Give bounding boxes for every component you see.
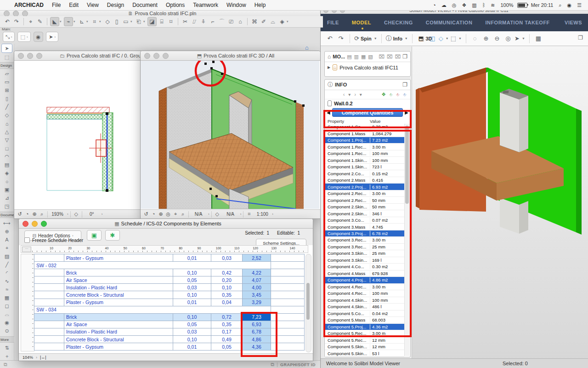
zoom-out-icon[interactable]: ⊖ [492, 34, 503, 43]
material-name-cell[interactable]: Insulation - Plastic Hard [64, 328, 173, 336]
menu-archicad[interactable]: ARCHICAD [10, 2, 48, 8]
redo-icon[interactable]: ↷ [335, 34, 346, 43]
material-name-cell[interactable]: Plaster - Gypsum [64, 254, 173, 262]
schedule-zoom[interactable]: 104% [23, 355, 33, 360]
tool-icon-design-16[interactable]: ◳ [2, 202, 12, 211]
view3d-canvas[interactable] [141, 61, 319, 209]
clipboard-icon[interactable]: ⎀ [403, 92, 407, 98]
marquee-tool-icon[interactable]: ⬚ [2, 53, 12, 61]
property-row[interactable]: Component 2.Rec...50 mm [325, 197, 404, 203]
fit-icon[interactable]: ⌑ [167, 17, 175, 26]
model-panel-header[interactable]: ⌂ MO... ▤▥▦▧ ⌧⌧⌧ ❐ [325, 52, 410, 62]
material-name-cell[interactable]: Brick [64, 269, 173, 276]
orient-icon[interactable]: ◇ [214, 211, 221, 217]
quantity-cell[interactable]: 0,42 [211, 269, 243, 276]
quantity-cell[interactable]: 0,04 [211, 299, 243, 306]
wall-right-brick[interactable] [296, 102, 304, 209]
solibri-menu-model[interactable]: MODEL [345, 20, 378, 25]
column-icon[interactable]: ▯ [113, 17, 121, 26]
menu-design[interactable]: Design [103, 2, 128, 8]
green-wall-side[interactable] [576, 109, 582, 235]
adjust-icon[interactable]: ⌰ [190, 17, 198, 26]
plan-zoom-level[interactable]: 193% [50, 212, 65, 217]
property-row[interactable]: Component 1.Co...0.30 m2 [325, 124, 404, 130]
area-cell[interactable]: 4,07 [243, 276, 271, 284]
dropdown-caret-icon[interactable]: ▾ [86, 20, 90, 23]
box-select-icon[interactable]: ⬚▼ [450, 34, 463, 43]
property-row[interactable]: Component 1.Skin...723 l [325, 164, 404, 170]
selection-handle[interactable] [106, 112, 108, 115]
area-cell[interactable]: 3,45 [243, 291, 271, 299]
menu-edit[interactable]: Edit [65, 2, 83, 8]
tool-icon-design-14[interactable]: ▣ [2, 186, 12, 194]
tool-icon-docume-8[interactable]: ≈ [2, 285, 12, 293]
solibri-window[interactable]: Solibri Model Viewer - Prova Calcolo str… [320, 7, 588, 368]
view-nav-icon[interactable]: ⌖ [172, 211, 179, 217]
view3d-titlebar[interactable]: ⬒Prova Calcolo strati IFC 3D / All [141, 51, 320, 61]
material-name-cell[interactable]: Concrete Block - Structural [64, 291, 173, 299]
nav-arrow-icon-2[interactable]: › [354, 92, 356, 97]
tool-icon-more-1[interactable]: ＋ [2, 352, 12, 360]
area-cell[interactable]: 4,86 [243, 336, 271, 343]
basket-icon-0[interactable]: ⌧ [379, 54, 384, 60]
transparency-icon[interactable]: ▦ [533, 34, 544, 43]
basket-icon-2[interactable]: ⌧ [395, 54, 401, 60]
menu-options[interactable]: Options [162, 2, 189, 8]
selection-handle[interactable] [106, 189, 108, 192]
cloud-icon[interactable]: ☁ [439, 2, 449, 8]
material-name-cell[interactable]: Air Space [64, 276, 173, 284]
next-set-arrow[interactable]: ▶ [405, 110, 408, 115]
view-nav-icon[interactable]: ⊕ [157, 211, 164, 217]
schedule-item-row[interactable]: Concrete Block - Structural0,100,494,86 [34, 336, 305, 343]
property-row[interactable]: Component 5.Rec...3.00 m [325, 330, 404, 337]
schedule-table[interactable]: Plaster - Gypsum0,010,032,52SW - 032Bric… [34, 254, 305, 351]
tool-icon-docume-3[interactable]: ⌖ [2, 244, 12, 252]
tool-icon-design-0[interactable]: ▱ [2, 70, 12, 78]
tool-icon-docume-2[interactable]: A [2, 236, 12, 244]
zoom-extents-icon[interactable]: ◌ [469, 34, 481, 43]
area-cell[interactable]: 4,00 [243, 284, 271, 291]
disclosure-triangle[interactable]: ▶ [328, 65, 330, 69]
group-name-cell[interactable]: SW - 034 [34, 306, 271, 314]
property-row[interactable]: Component 2.Skin...346 l [325, 210, 404, 217]
solibri-3d-canvas[interactable] [412, 46, 588, 356]
view-nav-icon[interactable]: ↺ [16, 211, 23, 217]
property-row[interactable]: Component 3.Rec...3.00 m [325, 237, 404, 243]
fit-width-icon[interactable]: |↔| [40, 355, 46, 360]
tool-icon-design-7[interactable]: △ [2, 128, 12, 136]
tool-icon-docume-11[interactable]: ⌓ [2, 310, 12, 319]
tool-icon-docume-6[interactable]: ◜ [2, 269, 12, 277]
display-columns-icon[interactable]: ▥ [469, 2, 479, 8]
clipboard-add-icon[interactable]: ⎀ [389, 92, 393, 98]
material-name-cell[interactable]: Air Space [64, 321, 173, 328]
view-nav-icon[interactable]: ◎ [164, 211, 172, 217]
tree-view-icon-3[interactable]: ▧ [368, 54, 373, 60]
wall-tool-icon[interactable]: ⊾ [78, 17, 86, 26]
save-view-icon[interactable]: ⌓ [269, 17, 277, 26]
ruler-corner[interactable]: ⋯ [22, 247, 31, 252]
area-cell[interactable]: 3,29 [243, 299, 271, 306]
area-cell[interactable]: 7,23 [243, 314, 271, 321]
screen-mirror-icon[interactable]: ◎ [449, 2, 459, 8]
menu-file[interactable]: File [48, 2, 65, 8]
window-icon[interactable]: ⧉ [271, 362, 274, 368]
schedule-item-row[interactable]: Plaster - Gypsum0,010,054,36 [34, 343, 305, 351]
view-nav-icon[interactable]: ⌕ [179, 211, 187, 217]
schedule-item-row[interactable]: Plaster - Gypsum0,010,032,52 [34, 254, 305, 262]
lock-icon[interactable]: ⎗ [135, 17, 143, 26]
view3d-traffic-lights[interactable] [144, 53, 169, 59]
quantity-cell[interactable]: 0,49 [211, 336, 243, 343]
thickness-cell[interactable]: 0,01 [173, 254, 211, 262]
annotate-icon[interactable]: ✐ [260, 17, 268, 26]
select-tool-icon[interactable]: ➤▼ [514, 34, 526, 43]
bluetooth-icon[interactable]: ᛒ [480, 2, 488, 8]
solibri-menu-communication[interactable]: COMMUNICATION [419, 20, 479, 25]
property-row[interactable]: Component 2.Rec...3.00 m [325, 190, 404, 197]
tool-icon-design-13[interactable]: ○ [2, 178, 12, 186]
fillet-icon[interactable]: ⌒ [218, 17, 226, 26]
inject-parameters-icon[interactable]: ✎ [36, 17, 44, 26]
solibri-3d-viewport[interactable] [412, 46, 588, 358]
thickness-cell[interactable]: 0,03 [173, 328, 211, 336]
group-name-cell[interactable]: SW - 032 [34, 262, 271, 269]
schedule-item-row[interactable]: Brick0,100,424,22 [34, 269, 305, 276]
